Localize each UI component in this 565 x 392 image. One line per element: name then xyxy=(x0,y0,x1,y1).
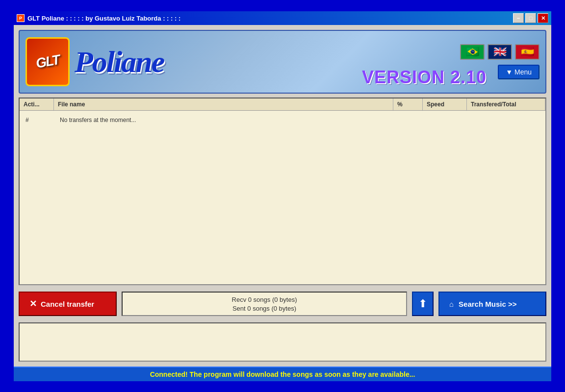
action-bar: ✕ Cancel transfer Recv 0 songs (0 bytes)… xyxy=(19,289,546,318)
transfer-table: Acti... File name % Speed Transfered/Tot… xyxy=(19,98,546,285)
upload-button[interactable]: ⬆ xyxy=(412,292,434,316)
empty-row-message: No transfers at the moment... xyxy=(56,115,391,125)
empty-row-action: # xyxy=(22,115,56,125)
window-title: GLT Poliane : : : : : by Gustavo Luiz Ta… xyxy=(27,15,510,22)
flag-uk[interactable] xyxy=(488,44,512,60)
upload-icon: ⬆ xyxy=(418,297,427,310)
menu-button[interactable]: ▼ Menu xyxy=(498,65,539,79)
table-body: # No transfers at the moment... xyxy=(20,111,545,129)
cancel-transfer-button[interactable]: ✕ Cancel transfer xyxy=(19,292,117,316)
col-filename: File name xyxy=(54,98,393,110)
main-content: GLT Poliane ▼ Menu VERSION 2.10 Acti... … xyxy=(14,25,551,367)
flag-spain[interactable] xyxy=(515,44,539,60)
flag-brazil[interactable] xyxy=(460,44,485,60)
col-action: Acti... xyxy=(20,98,54,110)
header-left: GLT Poliane xyxy=(26,37,164,86)
status-bar: Connected! The program will download the… xyxy=(14,367,551,381)
window-controls: − □ ✕ xyxy=(513,13,548,23)
stats-box: Recv 0 songs (0 bytes) Sent 0 songs (0 b… xyxy=(122,292,407,316)
main-window: P GLT Poliane : : : : : by Gustavo Luiz … xyxy=(13,10,552,382)
stats-recv: Recv 0 songs (0 bytes) xyxy=(232,296,297,303)
version-text: VERSION 2.10 xyxy=(362,67,487,88)
log-area xyxy=(19,322,546,362)
logo-box: GLT xyxy=(26,37,70,86)
app-name-text: Poliane xyxy=(75,47,164,77)
col-transferred: Transfered/Total xyxy=(467,98,545,110)
maximize-button[interactable]: □ xyxy=(525,13,536,23)
close-button[interactable]: ✕ xyxy=(538,13,548,23)
col-speed: Speed xyxy=(423,98,467,110)
status-message: Connected! The program will download the… xyxy=(150,370,415,378)
title-bar: P GLT Poliane : : : : : by Gustavo Luiz … xyxy=(14,11,551,25)
minimize-button[interactable]: − xyxy=(513,13,524,23)
house-icon: ⌂ xyxy=(449,300,454,308)
cancel-label: Cancel transfer xyxy=(41,300,94,308)
search-label: Search Music >> xyxy=(459,300,516,308)
logo-glt-text: GLT xyxy=(35,52,61,72)
search-music-button[interactable]: ⌂ Search Music >> xyxy=(438,292,546,316)
col-percent: % xyxy=(393,98,423,110)
flags-row xyxy=(460,44,539,60)
table-row-empty: # No transfers at the moment... xyxy=(22,113,543,127)
cancel-icon: ✕ xyxy=(29,298,37,309)
stats-sent: Sent 0 songs (0 bytes) xyxy=(232,305,296,312)
header-area: GLT Poliane ▼ Menu VERSION 2.10 xyxy=(19,30,546,94)
window-icon: P xyxy=(17,14,25,22)
table-header: Acti... File name % Speed Transfered/Tot… xyxy=(20,98,545,111)
